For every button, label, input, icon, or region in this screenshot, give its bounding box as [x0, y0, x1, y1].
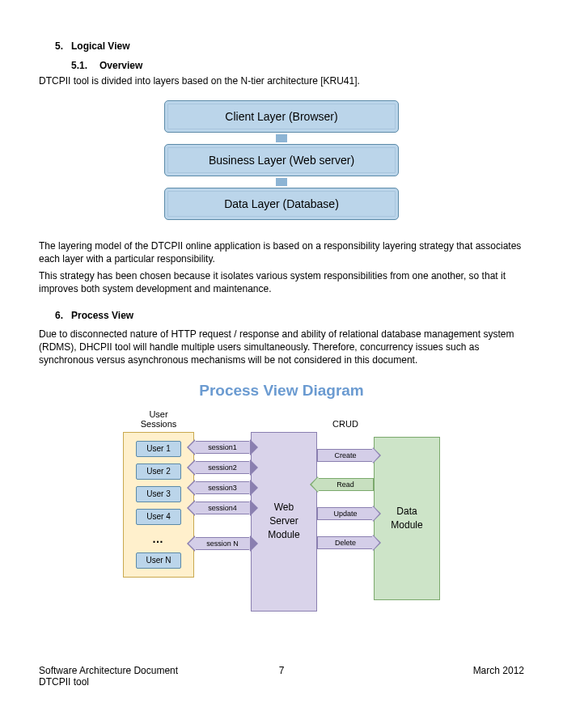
user-box: User 4 [136, 509, 181, 525]
footer-tool-name: DTCPII tool [39, 676, 201, 688]
session-arrow: session2 [194, 460, 251, 475]
arrow-label: Create [334, 451, 356, 459]
arrow-label: session2 [208, 463, 237, 472]
arrow-label: session N [206, 540, 239, 548]
arrow-label: session4 [208, 504, 237, 512]
user-container: User 1 User 2 User 3 User 4 … User N [123, 432, 194, 578]
sessions-column: session1 session2 session3 session4 sess… [194, 406, 251, 551]
column-label: CRUD [317, 406, 374, 429]
arrow-label: Read [337, 480, 354, 489]
process-diagram: User Sessions User 1 User 2 User 3 User … [71, 406, 492, 612]
subsection-number: 5.1. [71, 60, 99, 71]
user-box: User 1 [136, 441, 181, 457]
ellipsis: … [152, 531, 165, 546]
page-footer: Software Architecture Document DTCPII to… [39, 660, 524, 688]
crud-arrow: Update [317, 506, 374, 521]
page-number: 7 [201, 665, 362, 688]
session-arrow: session4 [194, 501, 251, 515]
subsection-title: Overview [99, 60, 142, 71]
intro-text: DTCPII tool is divided into layers based… [39, 74, 524, 87]
session-arrow: session3 [194, 480, 251, 495]
body-text: Due to disconnected nature of HTTP reque… [39, 328, 524, 367]
section-number: 5. [55, 40, 71, 52]
web-server-module: Web Server Module [251, 432, 317, 612]
footer-doc-title: Software Architecture Document [39, 665, 201, 676]
layer-client: Client Layer (Browser) [164, 100, 399, 133]
spacer [194, 406, 251, 429]
section-title: Process View [71, 310, 133, 321]
diagram-title: Process View Diagram [39, 382, 524, 400]
users-column: User Sessions User 1 User 2 User 3 User … [123, 406, 194, 578]
arrow-label: Delete [335, 539, 356, 547]
user-box: User 3 [136, 486, 181, 502]
arrow-label: session1 [208, 443, 237, 451]
crud-arrow: Create [317, 448, 374, 463]
data-module-column: Data Module [374, 406, 440, 600]
session-arrow: session1 [194, 440, 251, 455]
layer-connector [276, 134, 287, 142]
crud-arrow: Delete [317, 535, 374, 550]
user-box: User N [136, 552, 181, 569]
session-arrow: session N [194, 536, 251, 551]
spacer [374, 406, 440, 429]
spacer [251, 406, 317, 429]
layer-connector [276, 178, 287, 186]
body-text: The layering model of the DTCPII online … [39, 239, 524, 265]
user-box: User 2 [136, 463, 181, 480]
data-module: Data Module [374, 437, 440, 600]
crud-arrow: Read [317, 477, 374, 492]
body-text: This strategy has been chosen because it… [39, 269, 524, 295]
section-5: 5.Logical View 5.1.Overview DTCPII tool … [39, 40, 524, 295]
section-number: 6. [55, 310, 71, 321]
arrow-label: session3 [208, 484, 237, 492]
arrow-label: Update [333, 510, 357, 518]
web-server-column: Web Server Module [251, 406, 317, 612]
layer-business: Business Layer (Web server) [164, 144, 399, 176]
layer-data: Data Layer (Database) [164, 188, 399, 220]
footer-date: March 2012 [362, 665, 524, 688]
column-label: User Sessions [123, 406, 194, 429]
layer-diagram: Client Layer (Browser) Business Layer (W… [164, 100, 399, 220]
crud-column: CRUD Create Read Update Delete [317, 406, 374, 550]
section-title: Logical View [71, 40, 129, 52]
section-6: 6.Process View Due to disconnected natur… [39, 310, 524, 612]
